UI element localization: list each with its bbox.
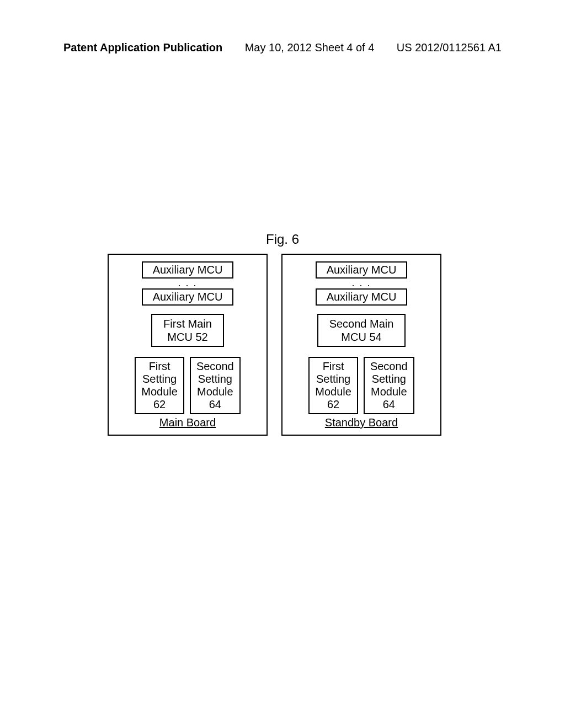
auxiliary-mcu-box: Auxiliary MCU: [142, 261, 234, 279]
header-publication-type: Patent Application Publication: [63, 41, 222, 54]
first-setting-module-box: First Setting Module 62: [308, 357, 358, 414]
modules-row: First Setting Module 62 Second Setting M…: [135, 357, 240, 414]
page-header: Patent Application Publication May 10, 2…: [63, 41, 502, 54]
main-mcu-line2: MCU 54: [341, 331, 381, 343]
auxiliary-mcu-box: Auxiliary MCU: [316, 261, 408, 279]
module-line: Module: [315, 386, 351, 398]
first-setting-module-box: First Setting Module 62: [135, 357, 184, 414]
module-line: 62: [153, 398, 166, 410]
second-setting-module-box: Second Setting Module 64: [190, 357, 241, 414]
auxiliary-mcu-box: Auxiliary MCU: [142, 288, 234, 306]
second-main-mcu-box: Second Main MCU 54: [317, 314, 406, 347]
module-line: 62: [327, 398, 339, 410]
modules-row: First Setting Module 62 Second Setting M…: [308, 357, 414, 414]
main-mcu-line1: Second Main: [329, 318, 394, 330]
module-line: Module: [141, 386, 178, 398]
module-line: 64: [383, 398, 395, 410]
module-line: Setting: [198, 373, 232, 385]
first-main-mcu-box: First Main MCU 52: [151, 314, 224, 347]
module-line: Module: [197, 386, 233, 398]
module-line: Setting: [316, 373, 350, 385]
header-date-sheet: May 10, 2012 Sheet 4 of 4: [245, 41, 375, 54]
module-line: Module: [371, 386, 407, 398]
auxiliary-mcu-box: Auxiliary MCU: [316, 288, 408, 306]
module-line: Second: [196, 360, 234, 372]
main-mcu-line1: First Main: [163, 318, 212, 330]
module-line: Setting: [372, 373, 406, 385]
module-line: First: [323, 360, 344, 372]
main-mcu-line2: MCU 52: [167, 331, 207, 343]
second-setting-module-box: Second Setting Module 64: [364, 357, 414, 414]
ellipsis-icon: . . .: [351, 280, 371, 286]
ellipsis-icon: . . .: [178, 280, 197, 286]
standby-board: Auxiliary MCU . . . Auxiliary MCU Second…: [281, 254, 441, 436]
module-line: Second: [370, 360, 408, 372]
main-board-label: Main Board: [159, 416, 216, 429]
header-publication-number: US 2012/0112561 A1: [397, 41, 502, 54]
diagram-container: Auxiliary MCU . . . Auxiliary MCU First …: [108, 254, 441, 436]
standby-board-label: Standby Board: [325, 416, 398, 429]
figure-label: Fig. 6: [0, 232, 565, 247]
module-line: 64: [209, 398, 221, 410]
main-board: Auxiliary MCU . . . Auxiliary MCU First …: [108, 254, 268, 436]
module-line: First: [149, 360, 170, 372]
module-line: Setting: [142, 373, 177, 385]
